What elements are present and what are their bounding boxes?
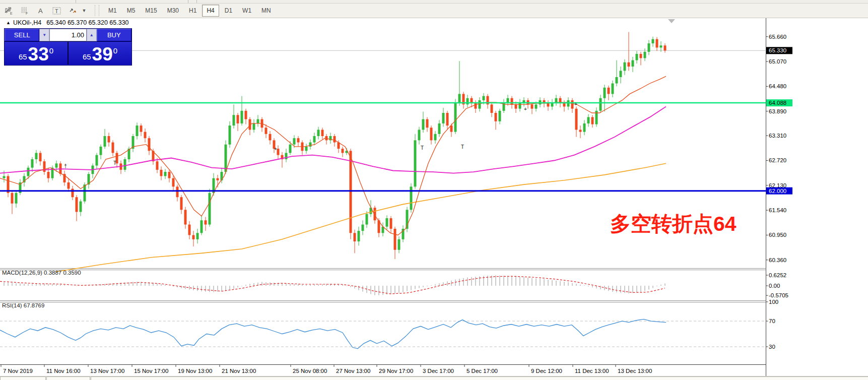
sell-price-display[interactable]: 65 33 0: [5, 42, 69, 65]
timeframe-h1[interactable]: H1: [184, 5, 201, 17]
chart-text-annotation[interactable]: 多空转折点64: [610, 214, 737, 234]
price-axis[interactable]: 65.66065.07064.48063.89063.31062.72062.1…: [766, 34, 793, 350]
timeframe-m30[interactable]: M30: [163, 5, 183, 17]
symbol-period-label: UKOil-,H4: [13, 19, 41, 26]
top-edge-mark: [76, 0, 76, 3]
svg-text:61.540: 61.540: [769, 207, 786, 213]
svg-text:+: +: [574, 101, 577, 107]
text-box-icon[interactable]: T: [49, 4, 64, 17]
chart-edit-icon[interactable]: E: [1, 4, 16, 17]
svg-text:+: +: [524, 106, 527, 112]
time-tick-label: 13 Dec 13:00: [618, 368, 652, 374]
rsi-panel[interactable]: [0, 319, 766, 349]
one-click-trading-panel: SELL ▼ ▲ BUY 65 33 0 65 39 0: [4, 28, 132, 66]
status-segment: [46, 376, 90, 380]
time-tick-label: 3 Dec 17:00: [423, 368, 454, 374]
timeframe-h4[interactable]: H4: [202, 5, 219, 17]
svg-text:†: †: [64, 163, 67, 169]
svg-text:60.950: 60.950: [769, 232, 786, 238]
time-tick-label: 11 Dec 13:00: [575, 368, 609, 374]
rsi-line: [0, 319, 666, 349]
ma-fast-red[interactable]: [0, 76, 666, 235]
macd-label: MACD(12,26,9) 0.3887 0.3590: [2, 270, 81, 276]
buy-button[interactable]: BUY: [97, 29, 131, 41]
volume-decrease-button[interactable]: ▼: [39, 29, 49, 41]
volume-increase-button[interactable]: ▲: [87, 29, 97, 41]
time-tick-label: 25 Nov 08:00: [293, 368, 327, 374]
timeframe-mn[interactable]: MN: [257, 5, 276, 17]
svg-text:T: T: [113, 160, 116, 166]
svg-text:65.660: 65.660: [769, 34, 786, 40]
time-tick-label: 21 Nov 13:00: [222, 368, 256, 374]
time-tick-label: 9 Dec 12:00: [531, 368, 562, 374]
svg-text:65.070: 65.070: [769, 58, 786, 65]
svg-text:T: T: [55, 8, 58, 14]
sell-price-big: 33: [28, 46, 49, 63]
ma-slow-orange[interactable]: [55, 163, 666, 272]
svg-text:65.330: 65.330: [769, 47, 786, 53]
svg-text:63.890: 63.890: [769, 108, 786, 114]
svg-text:64.088: 64.088: [769, 100, 786, 106]
sell-price-sup: 0: [49, 46, 53, 55]
macd-panel[interactable]: [0, 275, 665, 295]
grid-f-icon[interactable]: F: [17, 4, 32, 17]
sell-price-prefix: 65: [19, 52, 27, 61]
timeframe-d1[interactable]: D1: [220, 5, 237, 17]
toolbar-drag-handle[interactable]: [95, 5, 99, 16]
chart-shift-marker-icon[interactable]: [668, 19, 675, 23]
chevron-down-icon[interactable]: ▼: [81, 5, 88, 17]
macd-signal-line: [0, 276, 665, 294]
svg-text:100: 100: [769, 299, 778, 305]
toolbar: E F A T: [0, 4, 868, 18]
chart-frame: [0, 18, 766, 376]
time-tick-label: 5 Dec 17:00: [466, 368, 498, 374]
svg-text:T: T: [461, 144, 464, 150]
timeframe-m1[interactable]: M1: [104, 5, 121, 17]
buy-price-prefix: 65: [83, 52, 91, 61]
status-segment: [91, 376, 868, 380]
timeframe-w1[interactable]: W1: [238, 5, 256, 17]
top-edge-mark: [196, 0, 197, 3]
rsi-label: RSI(14) 67.8769: [2, 302, 44, 308]
svg-text:A: A: [38, 7, 43, 15]
collapse-arrow-icon[interactable]: ▲: [6, 20, 11, 25]
timeframe-m15[interactable]: M15: [141, 5, 161, 17]
time-tick-label: 11 Nov 16:00: [46, 368, 81, 374]
mt4-window: †T+TT++65.66065.07064.48063.89063.31062.…: [0, 0, 868, 380]
sell-button[interactable]: SELL: [5, 29, 39, 41]
svg-text:+: +: [274, 146, 277, 152]
top-edge-mark: [188, 0, 188, 3]
svg-text:62.000: 62.000: [769, 188, 786, 194]
ohlc-values: 65.340 65.370 65.320 65.330: [46, 19, 128, 26]
svg-text:60.360: 60.360: [769, 257, 786, 263]
time-tick-label: 15 Nov 17:00: [134, 368, 168, 374]
buy-price-big: 39: [92, 46, 113, 63]
svg-text:0.6252: 0.6252: [769, 272, 786, 278]
time-tick-label: 19 Nov 13:00: [178, 368, 212, 374]
svg-text:0.00: 0.00: [769, 283, 780, 289]
svg-text:64.480: 64.480: [769, 83, 786, 89]
svg-text:63.310: 63.310: [769, 133, 786, 139]
status-segment: [0, 376, 46, 380]
time-tick-label: 29 Nov 17:00: [379, 368, 413, 374]
svg-text:E: E: [10, 12, 13, 15]
svg-text:30: 30: [769, 344, 775, 350]
time-axis[interactable]: 7 Nov 201911 Nov 16:0013 Nov 17:0015 Nov…: [1, 365, 652, 374]
status-strip: [0, 376, 868, 380]
volume-input[interactable]: [49, 29, 87, 41]
svg-text:T: T: [421, 145, 424, 151]
candlesticks[interactable]: [3, 32, 666, 260]
time-tick-label: 13 Nov 17:00: [90, 368, 124, 374]
svg-text:-0.5705: -0.5705: [769, 292, 788, 298]
svg-text:62.720: 62.720: [769, 157, 786, 163]
chart-header: ▲UKOil-,H465.340 65.370 65.320 65.330: [6, 19, 129, 26]
time-tick-label: 7 Nov 2019: [3, 368, 33, 374]
buy-price-sup: 0: [113, 46, 117, 55]
text-label-icon[interactable]: A: [33, 4, 48, 17]
arrows-tool-icon[interactable]: [65, 4, 81, 17]
svg-text:70: 70: [769, 318, 775, 324]
time-tick-label: 27 Nov 13:00: [336, 368, 370, 374]
window-top-edge: [0, 0, 868, 4]
buy-price-display[interactable]: 65 39 0: [69, 42, 131, 65]
timeframe-m5[interactable]: M5: [122, 5, 140, 17]
